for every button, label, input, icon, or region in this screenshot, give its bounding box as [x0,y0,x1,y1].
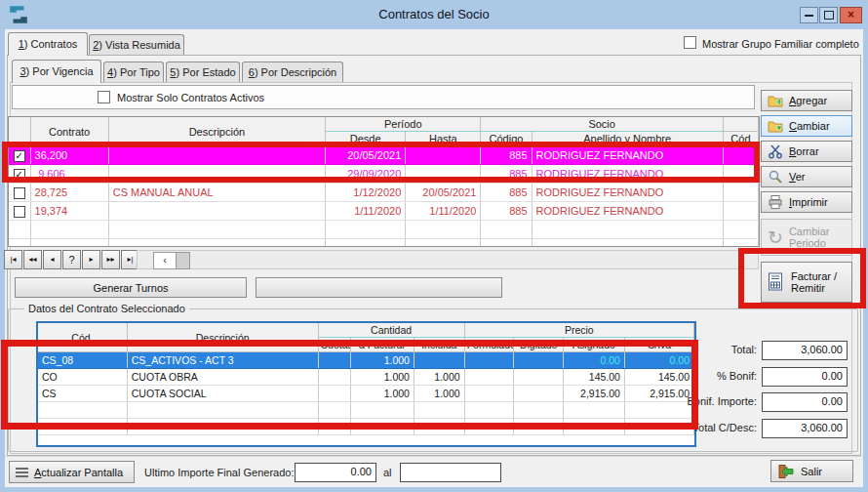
generar-turnos-button[interactable]: Generar Turnos [15,277,247,298]
al-field[interactable] [400,463,501,482]
table-row[interactable]: 28,725 CS MANUAL ANUAL 1/12/2020 20/05/2… [9,184,759,202]
total-cdesc-label: Total C/Desc: [669,422,757,433]
table-row[interactable]: CS_08 CS_ACTIVOS - ACT 3 1.000 0.00 0.00 [38,352,694,369]
col-contrato: Contrato [30,117,108,146]
table-row[interactable]: ✓ 36,200 20/05/2021 885 RODRIGUEZ FERNAN… [9,146,759,165]
row-checkbox[interactable]: ✓ [14,150,25,162]
bonif-importe-field[interactable]: 0.00 [762,392,848,412]
bonif-importe-label: Bonif. Importe: [669,395,757,407]
titlebar: Contratos del Socio × [0,0,868,29]
tab-label: ) Contratos [24,38,77,50]
table-row[interactable] [38,402,694,419]
ver-button[interactable]: Ver [761,166,852,187]
nav-first-button[interactable]: |◂ [4,250,22,269]
al-label: al [383,467,392,478]
bonif-percent-label: % Bonif: [669,370,757,382]
tab-por-descripcion[interactable]: 6) Por Descripción [242,62,343,83]
folder-arrow-icon [768,118,783,134]
exit-door-icon [777,464,795,479]
total-label: Total: [669,344,757,355]
button-label: ctualizar Pantalla [41,467,123,478]
nav-fast-back-button[interactable]: ◂◂ [23,250,42,269]
grupo-familiar-checkbox[interactable] [684,36,696,49]
col-codigo: Código [481,132,532,146]
nav-fast-forward-button[interactable]: ▸▸ [101,250,120,269]
actualizar-pantalla-button[interactable]: Actualizar Pantalla [9,461,135,483]
button-label: C [789,120,797,132]
button-label: Remitir [791,282,825,294]
col-group-cantidad: Cantidad [318,323,464,338]
tab-por-vigencia[interactable]: 3) Por Vigencia [12,60,101,83]
total-field[interactable]: 3,060.00 [762,341,848,360]
col-descripcion: Descripción [127,323,318,352]
table-row[interactable]: ✓ 9,606 29/09/2020 885 RODRIGUEZ FERNAND… [9,165,759,184]
col-cuotas: Cuotas [318,338,350,352]
row-checkbox[interactable]: ✓ [14,169,25,181]
solo-activos-checkbox[interactable] [98,91,110,103]
row-checkbox[interactable] [14,187,25,199]
tab-label: ) Por Estado [176,66,235,78]
ultimo-importe-field[interactable]: 0.00 [295,463,376,482]
table-row[interactable]: CO CUOTA OBRA 1.000 1.000 145.00 145.00 [38,369,694,386]
button-label: er [796,171,806,183]
tab-label: ) Por Tipo [113,66,160,78]
button-label: ambiar [797,120,830,132]
button-label: orrar [796,145,818,157]
ultimo-importe-label: Ultimo Importe Final Generado: [144,467,294,478]
total-cdesc-field[interactable]: 3,060.00 [762,419,848,438]
bonif-percent-field[interactable]: 0.00 [762,367,848,387]
col-a-facturar: a Facturar [351,338,414,352]
button-label: Salir [801,466,822,477]
cambiar-button[interactable]: Cambiar [761,115,852,137]
table-row[interactable] [9,221,759,239]
table-row[interactable] [9,239,759,248]
imprimir-button[interactable]: Imprimir [761,191,852,213]
scroll-left-button[interactable]: ‹ [153,252,177,269]
button-label: Facturar / [791,270,837,282]
nav-prev-button[interactable]: ◂ [43,250,61,269]
button-label: Cambiar [789,226,830,237]
borrar-button[interactable]: Borrar [761,141,852,162]
nav-search-button[interactable]: ? [62,250,81,269]
agregar-button[interactable]: Agregar [761,90,852,111]
tab-por-tipo[interactable]: 4) Por Tipo [103,62,164,83]
salir-button[interactable]: Salir [770,460,853,482]
contracts-table: Contrato Descripción Período Socio Desde… [8,116,760,247]
maximize-button[interactable] [819,7,838,23]
button-label: gregar [796,95,827,106]
col-group-periodo: Período [326,117,481,132]
col-desde: Desde [326,132,406,146]
printer-icon [768,194,783,210]
horizontal-scrollbar[interactable]: ‹ [137,250,759,269]
refresh-list-icon [16,467,28,478]
tab-vista-resumida[interactable]: 2) Vista Resumida [89,34,184,56]
blank-button[interactable] [256,277,502,298]
button-label: Generar Turnos [93,282,168,294]
row-checkbox[interactable] [14,206,25,218]
minimize-button[interactable] [800,7,818,23]
maximize-icon [824,11,834,20]
col-formulado: Formulado [464,338,514,352]
table-row[interactable]: 19,374 1/11/2020 1/11/2020 885 RODRIGUEZ… [9,202,759,221]
col-cod: Cód. [38,323,127,352]
table-row[interactable]: CS CUOTA SOCIAL 1.000 1.000 2,915.00 2,9… [38,386,694,402]
scrollbar-thumb[interactable] [176,252,190,269]
tab-por-estado[interactable]: 5) Por Estado [166,62,240,83]
col-apellido: Apellido y Nombre [532,132,723,146]
minimize-icon [805,15,813,17]
header-row: Contrato Descripción Período Socio [9,117,759,132]
tab-label: ) Por Vigencia [26,65,94,77]
cambiar-periodo-button[interactable]: ↻ CambiarPeriodo [761,219,852,256]
window-title: Contratos del Socio [0,0,868,29]
col-hasta: Hasta [406,132,481,146]
facturar-remitir-button[interactable]: Facturar /Remitir [761,262,852,303]
button-label: V [789,171,796,183]
table-row[interactable] [38,419,694,435]
tab-contratos[interactable]: 1) Contratos [8,32,88,56]
col-digitado: Digitado [514,338,564,352]
col-group-socio: Socio [481,117,723,132]
app-window: Contratos del Socio × 1) Contratos 2) Vi… [0,0,868,492]
nav-next-button[interactable]: ▸ [82,250,100,269]
detail-table: Cód. Descripción Cantidad Precio Cuotas … [36,321,696,447]
close-button[interactable]: × [840,7,862,23]
